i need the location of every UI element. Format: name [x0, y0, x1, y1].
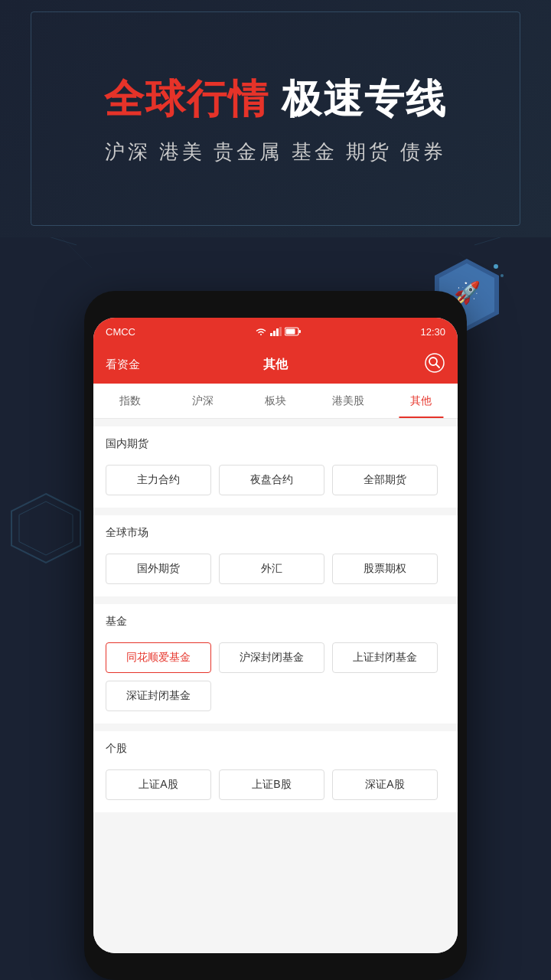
btn-shangzheng-closed-fund[interactable]: 上证封闭基金 [332, 642, 438, 673]
section-domestic-futures-title: 国内期货 [93, 426, 458, 459]
banner-title-red: 全球行情 [104, 77, 269, 121]
btn-shangzheng-a[interactable]: 上证A股 [106, 769, 211, 800]
svg-point-24 [494, 264, 498, 269]
tab-index[interactable]: 指数 [93, 384, 166, 418]
section-funds: 基金 同花顺爱基金 沪深封闭基金 上证封闭基金 深证封闭基金 [93, 604, 458, 724]
section-funds-buttons: 同花顺爱基金 沪深封闭基金 上证封闭基金 深证封闭基金 [93, 636, 458, 724]
status-icons [255, 327, 302, 336]
section-individual-stocks-title: 个股 [93, 731, 458, 763]
hex-left-svg [8, 490, 84, 567]
svg-rect-28 [285, 329, 295, 335]
phone-screen: CMCC [93, 318, 458, 953]
btn-shenzheng-closed-fund[interactable]: 深证封闭基金 [106, 681, 211, 711]
battery-icon [285, 327, 302, 336]
search-icon [424, 352, 445, 374]
section-global-market-title: 全球市场 [93, 515, 458, 547]
svg-marker-20 [19, 501, 73, 555]
header-left: 看资金 [106, 358, 219, 372]
section-global-market-buttons: 国外期货 外汇 股票期权 [93, 547, 458, 596]
signal-icon [270, 327, 282, 336]
section-domestic-futures: 国内期货 主力合约 夜盘合约 全部期货 [93, 426, 458, 508]
btn-forex[interactable]: 外汇 [219, 554, 324, 584]
btn-foreign-futures[interactable]: 国外期货 [106, 554, 211, 584]
banner-title: 全球行情 极速专线 [104, 73, 447, 126]
status-bar: CMCC [93, 318, 458, 345]
banner: 全球行情 极速专线 沪深 港美 贵金属 基金 期货 债券 [0, 0, 551, 237]
svg-line-31 [436, 364, 439, 368]
svg-point-25 [500, 274, 504, 277]
tab-bankuai[interactable]: 板块 [239, 384, 311, 418]
svg-marker-19 [11, 494, 80, 563]
content-area: 国内期货 主力合约 夜盘合约 全部期货 全球市场 国外期货 外汇 股票期权 基金 [93, 419, 458, 953]
header-center: 其他 [219, 357, 332, 373]
app-header: 看资金 其他 [93, 345, 458, 384]
btn-stock-options[interactable]: 股票期权 [332, 554, 438, 584]
tab-bar: 指数 沪深 板块 港美股 其他 [93, 384, 458, 419]
btn-hushen-closed-fund[interactable]: 沪深封闭基金 [219, 642, 324, 673]
btn-quanbu-futures[interactable]: 全部期货 [332, 465, 438, 495]
banner-title-white: 极速专线 [269, 77, 447, 121]
btn-shangzheng-b[interactable]: 上证B股 [219, 769, 324, 800]
svg-rect-27 [298, 330, 301, 333]
btn-shenzheng-a[interactable]: 深证A股 [332, 769, 438, 800]
btn-tonghuashun-fund[interactable]: 同花顺爱基金 [106, 642, 211, 673]
wifi-icon [255, 327, 267, 336]
section-global-market: 全球市场 国外期货 外汇 股票期权 [93, 515, 458, 596]
section-individual-stocks: 个股 上证A股 上证B股 深证A股 [93, 731, 458, 812]
banner-subtitle: 沪深 港美 贵金属 基金 期货 债券 [105, 139, 446, 165]
header-left-label: 看资金 [106, 358, 140, 371]
header-center-label: 其他 [263, 358, 288, 371]
btn-zhuli[interactable]: 主力合约 [106, 465, 211, 495]
carrier-text: CMCC [106, 326, 135, 338]
tab-hushen[interactable]: 沪深 [166, 384, 239, 418]
section-individual-stocks-buttons: 上证A股 上证B股 深证A股 [93, 763, 458, 812]
phone-mockup: CMCC [84, 291, 467, 980]
tab-gangmei[interactable]: 港美股 [312, 384, 385, 418]
tab-other[interactable]: 其他 [385, 384, 458, 418]
status-time: 12:30 [420, 326, 445, 338]
section-domestic-futures-buttons: 主力合约 夜盘合约 全部期货 [93, 459, 458, 508]
svg-point-29 [425, 354, 444, 372]
search-button[interactable] [424, 352, 445, 377]
btn-yepan[interactable]: 夜盘合约 [219, 465, 324, 495]
header-right [332, 352, 445, 377]
section-funds-title: 基金 [93, 604, 458, 636]
